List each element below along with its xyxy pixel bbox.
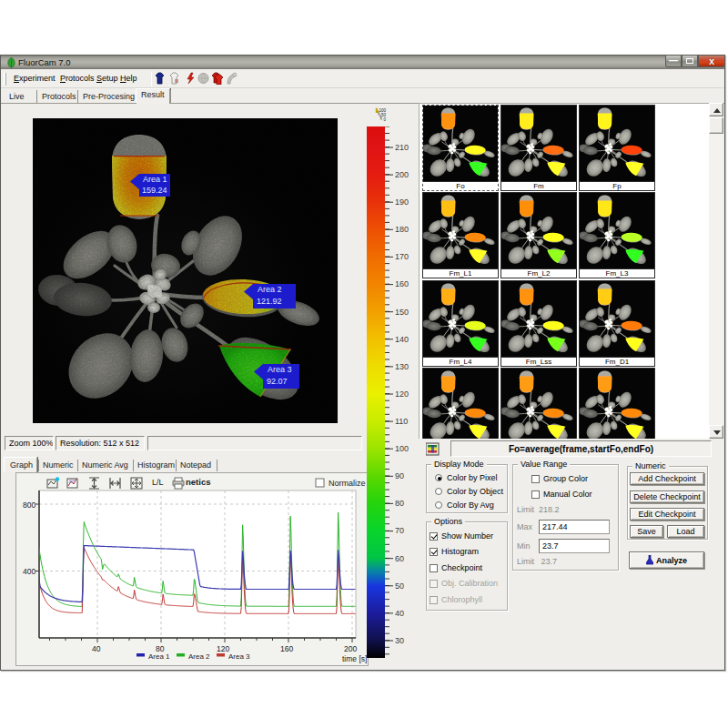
svg-text:190: 190 [395,197,409,207]
svg-text:160: 160 [395,279,409,288]
svg-text:L/L: L/L [152,478,164,487]
svg-text:80: 80 [395,499,404,508]
svg-text:121.92: 121.92 [257,297,282,306]
svg-text:Area 2: Area 2 [188,652,210,661]
svg-text:180: 180 [395,225,409,234]
svg-text:92.07: 92.07 [267,377,288,386]
svg-text:50: 50 [395,581,404,591]
svg-text:800: 800 [23,500,35,510]
svg-text:210: 210 [395,143,409,152]
svg-text:Area 1: Area 1 [143,175,167,184]
svg-text:time [s]: time [s] [342,654,367,663]
svg-text:150: 150 [395,308,409,317]
svg-text:160: 160 [280,644,293,653]
svg-text:Normalize: Normalize [329,479,366,488]
svg-text:60: 60 [395,554,404,563]
svg-text:140: 140 [395,335,409,344]
svg-text:110: 110 [395,417,408,426]
svg-text:70: 70 [395,526,404,535]
svg-text:400: 400 [23,567,35,576]
svg-text:130: 130 [395,362,409,371]
svg-text:40: 40 [395,609,404,618]
svg-text:Area 3: Area 3 [228,652,250,661]
svg-text:netics: netics [186,477,210,487]
svg-text:40: 40 [92,644,101,653]
svg-text:100: 100 [395,444,409,453]
svg-text:200: 200 [395,170,409,179]
svg-text:120: 120 [395,389,409,399]
svg-text:Area 1: Area 1 [148,652,170,661]
svg-text:Area 3: Area 3 [268,365,292,374]
svg-text:30: 30 [395,636,404,645]
svg-text:200: 200 [344,644,357,653]
svg-text:170: 170 [395,252,409,261]
svg-text:Area 2: Area 2 [258,285,282,294]
svg-text:159.24: 159.24 [142,186,167,195]
svg-text:90: 90 [395,471,404,480]
